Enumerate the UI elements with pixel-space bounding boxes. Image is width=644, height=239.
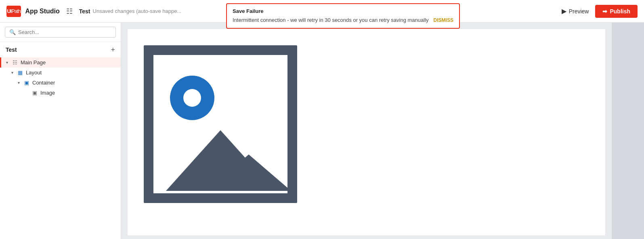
right-panel	[612, 23, 644, 239]
preview-play-icon: ▶	[562, 7, 566, 15]
search-icon: 🔍	[9, 29, 16, 35]
chevron-layout: ▾	[10, 70, 15, 75]
ui-logo-box: UiPath	[6, 6, 21, 17]
tree-item-main-page[interactable]: ▾ ☷ Main Page	[0, 57, 121, 68]
save-failure-message: Intermittent connection - we will retry …	[233, 17, 429, 24]
uipath-logo: UiPath App Studio	[6, 6, 60, 17]
tree-item-layout[interactable]: ▾ ▦ Layout	[0, 68, 121, 78]
header-actions: ▶ Preview ➡ Publish	[562, 5, 638, 18]
preview-button[interactable]: ▶ Preview	[562, 7, 589, 15]
project-name: Test	[79, 8, 90, 15]
main-layout: 🔍 Test + ▾ ☷ Main Page ▾ ▦ Layout	[0, 23, 644, 239]
preview-label: Preview	[569, 8, 589, 15]
publish-button[interactable]: ➡ Publish	[595, 5, 638, 18]
save-failure-popup: Save Failure Intermittent connection - w…	[226, 3, 460, 29]
publish-label: Publish	[610, 8, 630, 15]
sidebar: 🔍 Test + ▾ ☷ Main Page ▾ ▦ Layout	[0, 23, 121, 239]
sidebar-section-header: Test +	[0, 42, 121, 56]
app-studio-label: App Studio	[23, 8, 60, 15]
image-placeholder	[144, 45, 297, 203]
main-page-label: Main Page	[21, 59, 46, 66]
document-icon[interactable]: ☷	[66, 7, 73, 16]
container-label: Container	[32, 80, 55, 86]
canvas-area	[121, 23, 612, 239]
layout-label: Layout	[26, 70, 42, 76]
svg-point-2	[183, 89, 201, 107]
unsaved-changes-text: Unsaved changes (auto-save happe...	[93, 8, 182, 14]
image-placeholder-svg	[144, 45, 297, 203]
chevron-image	[24, 91, 29, 95]
sidebar-section-title: Test	[6, 47, 17, 53]
search-bar: 🔍	[0, 23, 121, 42]
chevron-container: ▾	[16, 80, 21, 85]
container-icon: ▣	[23, 80, 30, 86]
tree-item-image[interactable]: ▣ Image	[0, 88, 121, 98]
tree-area: ▾ ☷ Main Page ▾ ▦ Layout ▾ ▣ Container ▣…	[0, 56, 121, 99]
search-wrapper[interactable]: 🔍	[5, 27, 116, 38]
header: UiPath App Studio ☷ Test Unsaved changes…	[0, 0, 644, 23]
publish-bolt-icon: ➡	[602, 8, 607, 15]
dismiss-button[interactable]: DISMISS	[434, 17, 453, 23]
page-icon: ☷	[12, 59, 18, 66]
add-page-button[interactable]: +	[111, 46, 115, 53]
logo-area: UiPath App Studio ☷	[6, 6, 73, 17]
save-failure-title: Save Failure	[233, 8, 453, 14]
save-failure-body: Intermittent connection - we will retry …	[233, 17, 453, 24]
image-icon: ▣	[31, 90, 38, 96]
layout-icon: ▦	[17, 70, 23, 76]
tree-item-container[interactable]: ▾ ▣ Container	[0, 78, 121, 88]
canvas-content	[128, 29, 605, 235]
search-input[interactable]	[18, 29, 111, 35]
chevron-main-page: ▾	[4, 60, 9, 65]
logo-path-text: Path	[11, 8, 21, 14]
image-label: Image	[40, 90, 55, 96]
logo-ui-text: Ui	[7, 8, 11, 14]
